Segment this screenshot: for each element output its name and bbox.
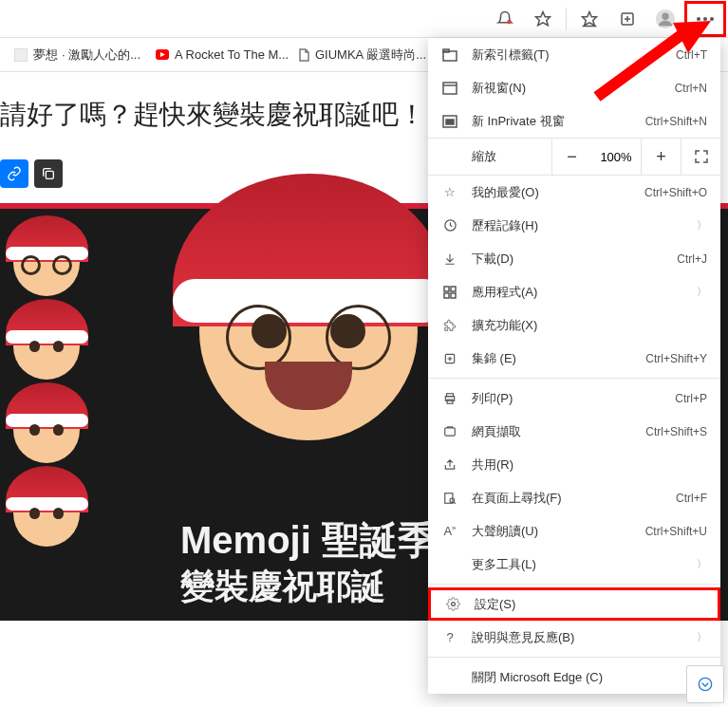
menu-close-edge[interactable]: 關閉 Microsoft Edge (C) [428, 660, 720, 694]
chevron-right-icon: 〉 [697, 630, 707, 644]
bookmark-label: 夢想 · 激勵人心的... [33, 47, 140, 64]
fullscreen-button[interactable] [681, 138, 720, 176]
help-icon: ? [441, 630, 458, 644]
svg-point-37 [451, 603, 455, 606]
menu-history[interactable]: 歷程記錄(H) 〉 [428, 209, 720, 242]
more-button[interactable] [684, 1, 726, 37]
print-icon [441, 392, 458, 405]
window-icon [441, 82, 458, 95]
collections-icon[interactable] [608, 0, 646, 38]
bookmark-item[interactable]: 夢想 · 激勵人心的... [6, 47, 148, 64]
menu-label: 新視窗(N) [472, 80, 662, 97]
svg-point-11 [710, 17, 714, 21]
svg-rect-12 [14, 48, 28, 62]
collections-icon [441, 352, 458, 365]
readaloud-icon: A» [441, 524, 458, 538]
apps-icon [441, 286, 458, 299]
svg-rect-15 [46, 171, 53, 178]
svg-rect-21 [446, 120, 454, 124]
menu-shortcut: Ctrl+F [676, 492, 707, 505]
chevron-right-icon: 〉 [697, 557, 707, 571]
svg-rect-26 [451, 293, 456, 298]
bookmark-item[interactable]: GIUMKA 嚴選時尚... [290, 47, 433, 64]
extensions-icon [441, 319, 458, 332]
menu-new-window[interactable]: 新視窗(N) Ctrl+N [428, 71, 720, 104]
chevron-right-icon: 〉 [697, 285, 707, 299]
svg-rect-23 [444, 287, 449, 291]
profile-icon[interactable] [646, 0, 684, 38]
svg-point-9 [697, 17, 700, 21]
svg-marker-2 [583, 11, 597, 25]
menu-new-inprivate[interactable]: 新 InPrivate 視窗 Ctrl+Shift+N [428, 104, 720, 138]
menu-share[interactable]: 共用(R) [428, 448, 720, 481]
menu-label: 列印(P) [472, 390, 662, 407]
menu-shortcut: Ctrl+Shift+U [645, 525, 707, 538]
tab-icon [441, 48, 458, 62]
svg-point-8 [662, 12, 668, 19]
bookmark-item[interactable]: A Rocket To The M... [148, 47, 290, 63]
star-icon: ☆ [441, 185, 458, 199]
svg-rect-33 [445, 427, 456, 435]
favorites-list-icon[interactable] [570, 0, 608, 38]
menu-settings[interactable]: 設定(S) [428, 587, 720, 621]
share-icon [441, 458, 458, 472]
svg-point-35 [450, 498, 455, 503]
menu-label: 更多工具(L) [472, 556, 683, 573]
menu-label: 下載(D) [472, 251, 663, 268]
menu-downloads[interactable]: 下載(D) Ctrl+J [428, 242, 720, 275]
menu-new-tab[interactable]: 新索引標籤(T) Ctrl+T [428, 38, 720, 71]
menu-label: 網頁擷取 [472, 423, 632, 440]
svg-point-40 [699, 678, 711, 690]
browser-menu: 新索引標籤(T) Ctrl+T 新視窗(N) Ctrl+N 新 InPrivat… [428, 38, 720, 694]
menu-label: 集錦 (E) [472, 350, 632, 367]
copy-icon[interactable] [34, 159, 63, 188]
memoji-small [13, 397, 80, 463]
menu-shortcut: Ctrl+T [676, 48, 707, 62]
svg-rect-25 [444, 293, 449, 298]
menu-label: 我的最愛(O) [472, 184, 631, 201]
menu-shortcut: Ctrl+Shift+O [644, 186, 707, 199]
link-icon[interactable] [0, 159, 28, 188]
gear-icon [444, 597, 461, 611]
bookmark-label: A Rocket To The M... [175, 47, 289, 62]
svg-rect-18 [443, 83, 457, 94]
menu-favorites[interactable]: ☆ 我的最愛(O) Ctrl+Shift+O [428, 176, 720, 209]
menu-find[interactable]: 在頁面上尋找(F) Ctrl+F [428, 481, 720, 514]
menu-label: 新索引標籤(T) [472, 47, 663, 64]
scroll-tool-button[interactable] [686, 665, 724, 703]
menu-label: 大聲朗讀(U) [472, 523, 632, 540]
hero-title-line2: 變裝慶祝耶誕 [180, 565, 436, 609]
download-icon [441, 252, 458, 266]
inprivate-icon [441, 115, 458, 128]
menu-webcapture[interactable]: 網頁擷取 Ctrl+Shift+S [428, 415, 720, 448]
menu-apps[interactable]: 應用程式(A) 〉 [428, 275, 720, 308]
menu-collections[interactable]: 集錦 (E) Ctrl+Shift+Y [428, 342, 720, 375]
page-favicon-icon [298, 47, 309, 63]
menu-moretools[interactable]: 更多工具(L) 〉 [428, 548, 720, 581]
menu-readaloud[interactable]: A» 大聲朗讀(U) Ctrl+Shift+U [428, 514, 720, 548]
find-icon [441, 492, 458, 505]
menu-label: 應用程式(A) [472, 284, 683, 301]
menu-extensions[interactable]: 擴充功能(X) [428, 308, 720, 342]
hero-title-line1: Memoji 聖誕季 [180, 515, 436, 565]
hero-title: Memoji 聖誕季 變裝慶祝耶誕 [180, 515, 436, 609]
menu-label: 共用(R) [472, 456, 707, 474]
menu-print[interactable]: 列印(P) Ctrl+P [428, 381, 720, 415]
svg-point-0 [507, 19, 512, 24]
zoom-out-button[interactable]: − [551, 138, 591, 176]
svg-rect-24 [451, 287, 456, 291]
zoom-value: 100% [591, 150, 641, 164]
favorite-star-icon[interactable] [524, 0, 562, 38]
chevron-right-icon: 〉 [697, 218, 707, 233]
menu-help[interactable]: ? 說明與意見反應(B) 〉 [428, 621, 720, 654]
history-icon [441, 218, 458, 233]
svg-point-10 [703, 17, 707, 21]
menu-shortcut: Ctrl+J [677, 252, 707, 266]
notifications-icon[interactable] [486, 0, 524, 38]
memoji-large [199, 222, 418, 440]
menu-label: 說明與意見反應(B) [472, 629, 683, 646]
menu-label: 歷程記錄(H) [472, 217, 683, 234]
memoji-small [13, 480, 80, 547]
zoom-in-button[interactable]: + [641, 138, 681, 176]
menu-label: 在頁面上尋找(F) [472, 490, 663, 507]
